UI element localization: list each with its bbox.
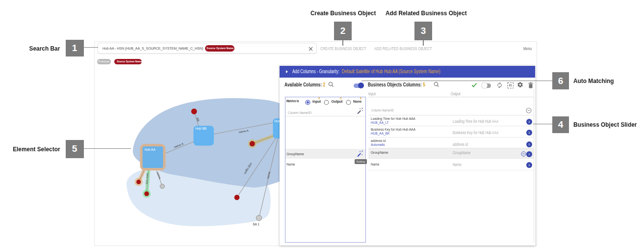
svg-text:SA 1: SA 1	[253, 222, 259, 226]
svg-text:Hub AA: Hub AA	[145, 148, 156, 151]
svg-text:Hub BB: Hub BB	[196, 127, 207, 130]
